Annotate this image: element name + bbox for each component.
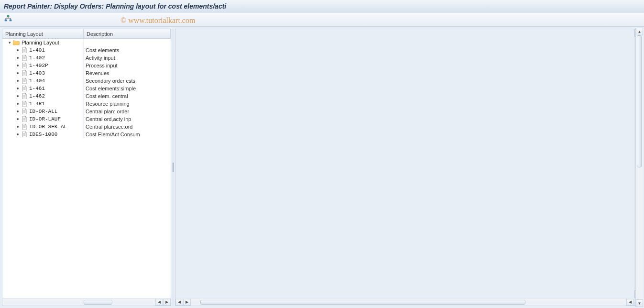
document-icon (22, 116, 27, 122)
page-title: Report Painter: Display Orders: Planning… (4, 2, 226, 10)
scroll-right-icon[interactable]: ▶ (163, 299, 171, 306)
tree-item-desc: Revenues (84, 69, 171, 77)
bullet-icon (17, 118, 19, 120)
tree-item-desc: Process input (84, 62, 171, 69)
document-icon (22, 55, 27, 61)
tree-item-code: IDES-1000 (29, 132, 57, 137)
document-icon (22, 70, 27, 76)
bullet-icon (17, 133, 19, 135)
document-icon (22, 124, 27, 130)
tree-root-desc (84, 39, 171, 46)
tree-root-label: Planning Layout (22, 40, 59, 45)
application-toolbar (0, 12, 644, 27)
scrollbar-track[interactable] (2, 299, 155, 306)
tree-item-row[interactable]: ID-OR-LAUFCentral ord,acty inp (2, 115, 171, 123)
scroll-left-icon[interactable]: ◀ (155, 299, 163, 306)
scroll-up-icon[interactable]: ▲ (636, 28, 643, 35)
tree-item-code: ID-OR-SEK-AL (29, 124, 67, 130)
tree-item-row[interactable]: ID-OR-SEK-ALCentral plan:sec.ord (2, 123, 171, 131)
bullet-icon (17, 95, 19, 97)
svg-rect-2 (10, 20, 11, 21)
main-container: Planning Layout Description ▾ Planning L… (0, 27, 644, 308)
tree-item-desc: Central ord,acty inp (84, 115, 171, 123)
tree-item-code: 1-403 (29, 70, 45, 76)
bullet-icon (17, 88, 19, 89)
scroll-right-icon[interactable]: ▶ (183, 299, 191, 306)
hierarchy-icon (4, 15, 12, 24)
title-bar: Report Painter: Display Orders: Planning… (0, 0, 644, 12)
tree-item-desc: Secondary order csts (84, 77, 171, 85)
left-horizontal-scrollbar[interactable]: ◀ ▶ (2, 298, 171, 306)
column-header-layout[interactable]: Planning Layout (2, 29, 84, 38)
tree-item-code: ID-OR-ALL (29, 109, 57, 114)
vertical-splitter[interactable] (172, 29, 174, 306)
bullet-icon (17, 126, 19, 128)
tree-item-code: ID-OR-LAUF (29, 116, 61, 122)
document-icon (22, 86, 27, 91)
tree-item-code: 1-401 (29, 47, 45, 53)
scroll-left-icon[interactable]: ◀ (175, 299, 183, 306)
bullet-icon (17, 57, 19, 59)
tree-item-code: 1-461 (29, 86, 45, 91)
tree-item-code: 1-402P (29, 63, 48, 68)
scrollbar-thumb[interactable] (637, 35, 642, 167)
tree-item-row[interactable]: 1-403Revenues (2, 69, 171, 77)
collapse-icon[interactable]: ▾ (7, 40, 12, 45)
tree-item-desc: Central plan: order (84, 108, 171, 115)
splitter-handle-icon (173, 163, 174, 172)
tree-body: ▾ Planning Layout 1-401Cost elements1-40… (2, 39, 171, 298)
content-area (175, 29, 642, 298)
tree-item-code: 1-462 (29, 93, 45, 99)
folder-open-icon (13, 40, 20, 45)
document-icon (22, 63, 27, 68)
tree-item-row[interactable]: ID-OR-ALLCentral plan: order (2, 108, 171, 115)
bullet-icon (17, 80, 19, 82)
document-icon (22, 132, 27, 137)
tree-item-desc: Cost elem. central (84, 92, 171, 100)
tree-item-row[interactable]: 1-402Activity input (2, 54, 171, 62)
svg-rect-0 (7, 15, 9, 17)
tree-item-desc: Cost elements:simple (84, 85, 171, 92)
document-icon (22, 78, 27, 84)
tree-item-desc: Resource planning (84, 100, 171, 108)
scrollbar-thumb[interactable] (200, 300, 525, 305)
tree-item-desc: Central plan:sec.ord (84, 123, 171, 131)
scrollbar-track[interactable] (191, 299, 626, 306)
tree-root-row[interactable]: ▾ Planning Layout (2, 39, 171, 46)
tree-item-row[interactable]: 1-404Secondary order csts (2, 77, 171, 85)
document-icon (22, 109, 27, 114)
column-header-description[interactable]: Description (84, 29, 171, 38)
content-panel: ▲ ▼ ◀ ▶ ◀ ▶ (175, 29, 642, 306)
document-icon (22, 93, 27, 99)
content-horizontal-scrollbar[interactable]: ◀ ▶ ◀ ▶ (175, 298, 642, 306)
scroll-down-icon[interactable]: ▼ (636, 299, 643, 307)
scrollbar-track[interactable] (636, 35, 643, 299)
bullet-icon (17, 72, 19, 74)
bullet-icon (17, 49, 19, 51)
scrollbar-thumb[interactable] (84, 300, 112, 305)
tree-item-code: 1-4R1 (29, 101, 45, 107)
document-icon (22, 101, 27, 107)
tree-item-row[interactable]: 1-4R1Resource planning (2, 100, 171, 108)
bullet-icon (17, 65, 19, 66)
tree-item-code: 1-402 (29, 55, 45, 61)
document-icon (22, 47, 27, 53)
bullet-icon (17, 103, 19, 105)
window-vertical-scrollbar[interactable]: ▲ ▼ (635, 28, 643, 307)
svg-rect-1 (5, 20, 7, 21)
tree-item-row[interactable]: 1-401Cost elements (2, 46, 171, 54)
tree-item-desc: Activity input (84, 54, 171, 62)
tree-item-desc: Cost Elem/Act Consum (84, 131, 171, 138)
scroll-left-end-icon[interactable]: ◀ (626, 299, 634, 306)
tree-item-row[interactable]: IDES-1000Cost Elem/Act Consum (2, 131, 171, 138)
bullet-icon (17, 110, 19, 112)
tree-item-row[interactable]: 1-402PProcess input (2, 62, 171, 69)
tree-item-desc: Cost elements (84, 46, 171, 54)
tree-header: Planning Layout Description (2, 29, 171, 39)
tree-item-code: 1-404 (29, 78, 45, 84)
tree-item-row[interactable]: 1-462Cost elem. central (2, 92, 171, 100)
tree-item-row[interactable]: 1-461Cost elements:simple (2, 85, 171, 92)
tree-panel: Planning Layout Description ▾ Planning L… (2, 29, 171, 306)
hierarchy-button[interactable] (3, 14, 13, 25)
